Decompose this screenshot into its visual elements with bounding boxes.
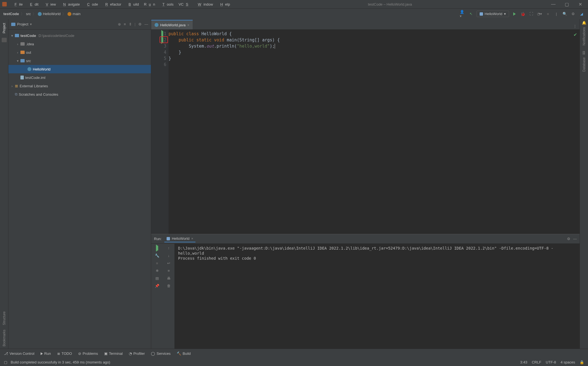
editor-body[interactable]: 1 2 3 4 5 6 public class HelloWorld { pu… (151, 30, 580, 234)
tree-src[interactable]: ▾ src (8, 57, 151, 65)
debug-button[interactable]: 🐞 (520, 11, 526, 17)
menu-code[interactable]: Code (83, 1, 100, 8)
libraries-icon: 𝌆 (15, 84, 18, 88)
tree-external-libs[interactable]: ›𝌆 External Libraries (8, 82, 151, 90)
menu-build[interactable]: Build (124, 1, 141, 8)
expand-all-icon[interactable]: ≡ (124, 22, 126, 26)
stop-square-icon[interactable]: ■ (156, 261, 158, 265)
tool-bookmarks-tab[interactable]: Bookmarks (2, 327, 7, 349)
maximize-button[interactable]: ▢ (561, 2, 572, 7)
tool-project-tab[interactable]: Project (2, 21, 7, 36)
run-console[interactable]: D:\Java\jdk\bin\java.exe "-javaagent:D:\… (175, 244, 580, 349)
soft-wrap-icon[interactable]: ↩ (167, 261, 170, 265)
settings-button[interactable]: ⚙ (570, 11, 576, 17)
menu-refactor[interactable]: Refactor (101, 1, 123, 8)
inspection-ok-icon[interactable]: ✔ (574, 31, 577, 37)
close-icon[interactable]: × (191, 236, 193, 241)
method-icon (67, 12, 71, 16)
breadcrumb-method[interactable]: main (67, 12, 80, 16)
gear-icon[interactable]: ⚙ (138, 22, 142, 26)
tool-problems[interactable]: ⊘Problems (78, 351, 98, 356)
scroll-from-source-icon[interactable]: ⊕ (118, 22, 121, 26)
print-icon[interactable]: 🖶 (167, 276, 171, 280)
menu-file[interactable]: File (10, 1, 25, 8)
module-icon (15, 34, 19, 37)
project-tree: ▾ testCode D:\java\code\testCode › .idea… (8, 30, 151, 100)
tree-scratches[interactable]: ⧉ Scratches and Consoles (8, 90, 151, 98)
tool-notifications-tab[interactable]: Notifications (582, 25, 587, 48)
run-config-selector[interactable]: HelloWorld ▾ (477, 11, 509, 17)
run-panel-tab[interactable]: HelloWorld × (164, 235, 195, 242)
tool-database-tab[interactable]: Database (582, 55, 587, 74)
tool-terminal[interactable]: ▣Terminal (104, 351, 123, 356)
right-tool-strip: 🔔 Notifications 🗄 Database (580, 19, 588, 349)
folder-icon[interactable] (2, 38, 7, 42)
breadcrumb-src[interactable]: src (26, 12, 31, 16)
status-caret-pos[interactable]: 3:43 (520, 360, 527, 364)
tab-menu-icon[interactable]: ⋮ (570, 23, 580, 29)
menu-help[interactable]: Help (216, 1, 232, 8)
database-icon[interactable]: 🗄 (582, 51, 586, 55)
menu-run[interactable]: Run (142, 1, 157, 8)
coverage-button[interactable]: ⛶ (528, 11, 534, 17)
scroll-to-end-icon[interactable]: ≡ (168, 269, 170, 273)
menu-tools[interactable]: Tools (158, 1, 176, 8)
run-button[interactable] (511, 11, 517, 17)
add-user-icon[interactable]: 👤▾ (460, 11, 466, 17)
split-icon[interactable]: ▤ (155, 276, 159, 280)
menu-edit[interactable]: Edit (25, 1, 41, 8)
app-icon (2, 2, 7, 6)
breadcrumb: testCode 〉 src 〉 HelloWorld 〉 main (3, 11, 81, 17)
menu-view[interactable]: View (41, 1, 58, 8)
menu-vcs[interactable]: VCS (176, 1, 193, 8)
search-button[interactable]: 🔍 (562, 11, 568, 17)
tree-root[interactable]: ▾ testCode D:\java\code\testCode (8, 31, 151, 40)
lock-icon[interactable]: 🔒 (580, 360, 584, 364)
tool-todo[interactable]: ≣TODO (57, 351, 72, 356)
minimize-button[interactable]: — (548, 2, 559, 7)
tree-iml[interactable]: testCode.iml (8, 73, 151, 82)
main-area: Project Structure Bookmarks Project ▾ ⊕ … (0, 19, 588, 349)
tree-idea[interactable]: › .idea (8, 40, 151, 48)
tool-build[interactable]: 🔨Build (177, 351, 191, 356)
profile-button[interactable]: ◔▾ (536, 11, 543, 17)
tab-label: HelloWorld.java (160, 23, 186, 27)
tool-services[interactable]: ◯Services (151, 351, 171, 356)
tool-profiler[interactable]: ◔Profiler (129, 351, 145, 356)
status-square-icon[interactable]: ▢ (4, 360, 7, 364)
status-line-separator[interactable]: CRLF (532, 360, 541, 364)
notifications-bell-icon[interactable]: 🔔 (582, 21, 586, 25)
code-area[interactable]: public class HelloWorld { public static … (169, 30, 580, 234)
hide-panel-icon[interactable]: — (573, 237, 577, 241)
down-arrow-icon[interactable]: ↓ (168, 254, 170, 258)
tree-helloworld[interactable]: HelloWorld (8, 65, 151, 73)
stop-button[interactable]: ■ (545, 11, 551, 17)
todo-icon: ≣ (57, 351, 60, 356)
back-icon[interactable]: ↖ (468, 11, 474, 17)
main-menu: File Edit View Navigate Code Refactor Bu… (10, 1, 232, 8)
wrench-icon[interactable]: 🔧 (155, 254, 159, 258)
up-arrow-icon[interactable]: ↑ (168, 246, 170, 250)
collapse-all-icon[interactable]: ⇕ (129, 22, 132, 26)
status-encoding[interactable]: UTF-8 (546, 360, 556, 364)
chevron-down-icon[interactable]: ▾ (30, 22, 32, 26)
hide-panel-icon[interactable]: — (144, 22, 148, 26)
tab-helloworld[interactable]: HelloWorld.java × (151, 20, 193, 29)
layout-icon[interactable]: ❄ (156, 269, 159, 273)
gear-icon[interactable]: ⚙ (567, 237, 570, 241)
menu-window[interactable]: Window (193, 1, 215, 8)
menu-navigate[interactable]: Navigate (59, 1, 82, 8)
tool-run[interactable]: Run (41, 351, 51, 356)
idea-services-icon[interactable]: ◢ (578, 11, 585, 17)
breadcrumb-class[interactable]: HelloWorld (38, 12, 60, 16)
tool-structure-tab[interactable]: Structure (2, 309, 7, 327)
rerun-icon[interactable] (156, 246, 158, 250)
tree-out[interactable]: › out (8, 48, 151, 57)
pin-icon[interactable]: 📌 (155, 284, 159, 288)
close-tab-icon[interactable]: × (187, 23, 190, 27)
tool-version-control[interactable]: ⎇Version Control (4, 351, 34, 356)
status-indent[interactable]: 4 spaces (561, 360, 575, 364)
close-button[interactable]: ✕ (575, 2, 586, 7)
breadcrumb-project[interactable]: testCode (3, 12, 19, 16)
trash-icon[interactable]: 🗑 (167, 284, 171, 288)
